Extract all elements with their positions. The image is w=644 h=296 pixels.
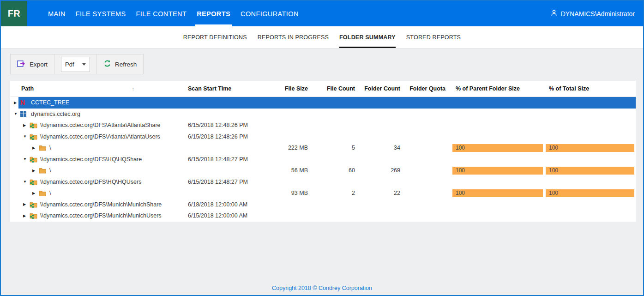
table-row[interactable]: ▶ N CCTEC_TREE (10, 97, 636, 109)
table-row[interactable]: ▶ \\dynamics.cctec.org\DFS\Munich\Munich… (10, 210, 636, 222)
folder-icon (39, 145, 47, 151)
column-header-folder-quota[interactable]: Folder Quota (403, 85, 451, 92)
file-count-cell: 5 (311, 145, 358, 151)
path-label: \\dynamics.cctec.org\DFS\Munich\MunichUs… (40, 212, 162, 219)
column-header-scan-start-time[interactable]: Scan Start Time (182, 85, 251, 92)
path-label: \\dynamics.cctec.org\DFS\Atlanta\Atlanta… (40, 122, 161, 128)
column-header-file-size[interactable]: File Size (251, 85, 311, 92)
folder-count-cell: 34 (358, 145, 403, 151)
nav-item-file-content[interactable]: FILE CONTENT (136, 1, 187, 26)
pct-parent-bar: 100 (452, 167, 543, 175)
user-menu[interactable]: DYNAMICS\Administrator (550, 1, 643, 26)
column-header-pct-total-size[interactable]: % of Total Size (544, 85, 636, 92)
file-count-cell: 60 (311, 167, 358, 174)
column-header-pct-parent-folder-size[interactable]: % of Parent Folder Size (451, 85, 544, 92)
tab-reports-in-progress[interactable]: REPORTS IN PROGRESS (258, 26, 329, 48)
export-button[interactable]: Export (17, 60, 48, 69)
expander-icon[interactable]: ▶ (14, 101, 19, 105)
expander-icon[interactable]: ▶ (23, 214, 29, 218)
tab-report-definitions[interactable]: REPORT DEFINITIONS (183, 26, 247, 48)
expander-icon[interactable]: ▼ (23, 134, 29, 139)
folder-icon (39, 168, 47, 174)
nav-item-main[interactable]: MAIN (48, 1, 66, 26)
path-cell: ▶ \\dynamics.cctec.org\DFS\Munich\Munich… (10, 212, 182, 219)
nav-item-file-systems[interactable]: FILE SYSTEMS (76, 1, 126, 26)
nav-item-reports[interactable]: REPORTS (197, 1, 230, 26)
file-size-cell: 56 MB (251, 167, 311, 174)
scan-start-time-cell: 6/15/2018 12:00:00 AM (182, 212, 251, 219)
shared-folder-icon (30, 179, 37, 185)
expander-icon[interactable]: ▼ (14, 112, 19, 116)
user-name: DYNAMICS\Administrator (561, 10, 635, 18)
path-label: \\dynamics.cctec.org\DFS\HQ\HQUsers (40, 179, 142, 185)
table-row[interactable]: ▼ \\dynamics.cctec.org\DFS\HQ\HQShare 6/… (10, 154, 636, 165)
domain-grid-icon (20, 111, 28, 117)
copyright-notice: Copyright 2018 © Condrey Corporation (1, 285, 643, 291)
export-format-select[interactable]: Pdf (61, 57, 90, 72)
scan-start-time-cell: 6/15/2018 12:48:26 PM (182, 122, 251, 128)
expander-icon[interactable]: ▼ (23, 157, 29, 161)
path-label: \ (49, 190, 51, 196)
expander-icon[interactable]: ▶ (23, 202, 29, 206)
scan-start-time-cell: 6/15/2018 12:48:27 PM (182, 179, 251, 185)
table-row[interactable]: ▼ \\dynamics.cctec.org\DFS\Atlanta\Atlan… (10, 131, 636, 143)
folder-summary-table: Path ↑ Scan Start Time File Size File Co… (10, 81, 636, 222)
column-header-path[interactable]: Path ↑ (10, 85, 182, 92)
refresh-icon (103, 60, 111, 69)
file-size-cell: 222 MB (251, 145, 311, 151)
expander-icon[interactable]: ▶ (32, 191, 38, 195)
refresh-button[interactable]: Refresh (103, 60, 137, 69)
folder-icon (39, 190, 47, 196)
path-label: dynamics.cctec.org (31, 111, 80, 117)
expander-icon[interactable]: ▶ (23, 123, 29, 127)
sort-ascending-icon[interactable]: ↑ (132, 85, 135, 92)
tab-stored-reports[interactable]: STORED REPORTS (406, 26, 461, 48)
report-tabs: REPORT DEFINITIONS REPORTS IN PROGRESS F… (1, 26, 643, 48)
expander-icon[interactable]: ▶ (32, 146, 38, 150)
top-navigation-bar: FR MAIN FILE SYSTEMS FILE CONTENT REPORT… (1, 1, 643, 26)
table-row[interactable]: ▶ \ 56 MB 60 269 100 100 (10, 165, 636, 176)
table-row[interactable]: ▶ \ 222 MB 5 34 100 100 (10, 142, 636, 154)
table-row[interactable]: ▼ \\dynamics.cctec.org\DFS\HQ\HQUsers 6/… (10, 176, 636, 188)
path-cell: ▶ \ (10, 190, 182, 196)
table-row[interactable]: ▼ dynamics.cctec.org (10, 109, 636, 120)
path-cell: ▶ \\dynamics.cctec.org\DFS\Munich\Munich… (10, 201, 182, 208)
scan-start-time-cell: 6/15/2018 12:48:26 PM (182, 133, 251, 140)
table-body: ▶ N CCTEC_TREE ▼ dynamics.cctec.org ▶ \\… (10, 97, 636, 222)
path-cell: ▶ \ (10, 167, 182, 174)
refresh-label: Refresh (115, 61, 137, 68)
path-cell: ▼ \\dynamics.cctec.org\DFS\Atlanta\Atlan… (10, 133, 182, 140)
table-row[interactable]: ▶ \ 93 MB 2 22 100 100 (10, 187, 636, 199)
table-row[interactable]: ▶ \\dynamics.cctec.org\DFS\Atlanta\Atlan… (10, 120, 636, 131)
pct-total-cell: 100 (544, 167, 636, 175)
expander-icon[interactable]: ▼ (23, 180, 29, 184)
pct-parent-cell: 100 (451, 189, 544, 197)
pct-total-bar: 100 (546, 189, 634, 197)
pct-parent-cell: 100 (451, 144, 544, 152)
column-header-file-count[interactable]: File Count (311, 85, 358, 92)
shared-folder-icon (30, 201, 37, 208)
pct-total-bar: 100 (546, 144, 634, 152)
path-cell: ▼ \\dynamics.cctec.org\DFS\HQ\HQUsers (10, 179, 182, 185)
main-menu: MAIN FILE SYSTEMS FILE CONTENT REPORTS C… (43, 1, 304, 26)
export-label: Export (30, 61, 48, 68)
path-label: \ (49, 167, 51, 174)
folder-count-cell: 269 (358, 167, 403, 174)
path-label: \ (49, 145, 51, 151)
nav-item-configuration[interactable]: CONFIGURATION (241, 1, 299, 26)
tab-folder-summary[interactable]: FOLDER SUMMARY (339, 26, 396, 48)
path-label: \\dynamics.cctec.org\DFS\HQ\HQShare (40, 156, 142, 163)
path-label: CCTEC_TREE (31, 99, 69, 106)
pct-total-cell: 100 (544, 189, 636, 197)
pct-total-cell: 100 (544, 144, 636, 152)
file-count-cell: 2 (311, 190, 358, 196)
pct-parent-bar: 100 (452, 189, 543, 197)
shared-folder-icon (30, 156, 37, 163)
pct-parent-cell: 100 (451, 167, 544, 175)
user-icon (550, 9, 558, 18)
pct-parent-bar: 100 (452, 144, 543, 152)
table-row[interactable]: ▶ \\dynamics.cctec.org\DFS\Munich\Munich… (10, 199, 636, 211)
expander-icon[interactable]: ▶ (32, 169, 38, 173)
shared-folder-icon (30, 212, 37, 219)
column-header-folder-count[interactable]: Folder Count (358, 85, 403, 92)
